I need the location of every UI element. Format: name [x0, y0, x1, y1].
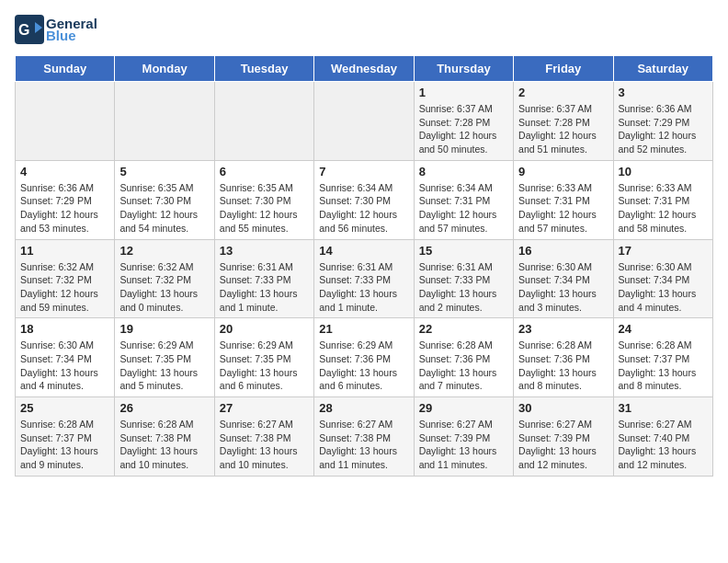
weekday-header-tuesday: Tuesday: [214, 56, 313, 82]
calendar-cell: 15Sunrise: 6:31 AM Sunset: 7:33 PM Dayli…: [414, 239, 513, 318]
calendar-body: 1Sunrise: 6:37 AM Sunset: 7:28 PM Daylig…: [16, 82, 713, 477]
day-info: Sunrise: 6:33 AM Sunset: 7:31 PM Dayligh…: [619, 181, 708, 236]
calendar-cell: 26Sunrise: 6:28 AM Sunset: 7:38 PM Dayli…: [115, 397, 214, 477]
calendar-cell: 18Sunrise: 6:30 AM Sunset: 7:34 PM Dayli…: [16, 318, 115, 397]
calendar-cell: 20Sunrise: 6:29 AM Sunset: 7:35 PM Dayli…: [214, 318, 313, 397]
calendar-table: SundayMondayTuesdayWednesdayThursdayFrid…: [15, 55, 713, 477]
day-info: Sunrise: 6:34 AM Sunset: 7:31 PM Dayligh…: [419, 181, 508, 236]
day-info: Sunrise: 6:37 AM Sunset: 7:28 PM Dayligh…: [419, 102, 508, 156]
day-number: 22: [419, 322, 508, 336]
day-number: 28: [319, 401, 408, 415]
calendar-cell: 12Sunrise: 6:32 AM Sunset: 7:32 PM Dayli…: [115, 239, 214, 318]
weekday-header-friday: Friday: [514, 56, 613, 82]
calendar-cell: 2Sunrise: 6:37 AM Sunset: 7:28 PM Daylig…: [514, 82, 613, 161]
day-info: Sunrise: 6:27 AM Sunset: 7:39 PM Dayligh…: [518, 418, 608, 472]
calendar-cell: 28Sunrise: 6:27 AM Sunset: 7:38 PM Dayli…: [314, 397, 414, 477]
calendar-cell: 10Sunrise: 6:33 AM Sunset: 7:31 PM Dayli…: [613, 160, 712, 239]
day-info: Sunrise: 6:32 AM Sunset: 7:32 PM Dayligh…: [119, 260, 209, 315]
weekday-header-saturday: Saturday: [613, 56, 712, 82]
day-number: 16: [518, 244, 608, 258]
day-number: 7: [319, 165, 408, 178]
calendar-cell: 11Sunrise: 6:32 AM Sunset: 7:32 PM Dayli…: [16, 239, 115, 318]
day-info: Sunrise: 6:30 AM Sunset: 7:34 PM Dayligh…: [619, 260, 708, 315]
day-info: Sunrise: 6:27 AM Sunset: 7:38 PM Dayligh…: [319, 418, 408, 472]
day-info: Sunrise: 6:31 AM Sunset: 7:33 PM Dayligh…: [419, 260, 508, 315]
calendar-cell: 9Sunrise: 6:33 AM Sunset: 7:31 PM Daylig…: [514, 160, 613, 239]
calendar-cell: 6Sunrise: 6:35 AM Sunset: 7:30 PM Daylig…: [214, 160, 313, 239]
day-number: 5: [119, 165, 209, 178]
calendar-cell: 27Sunrise: 6:27 AM Sunset: 7:38 PM Dayli…: [214, 397, 313, 477]
day-number: 18: [20, 322, 109, 336]
calendar-cell: 17Sunrise: 6:30 AM Sunset: 7:34 PM Dayli…: [613, 239, 712, 318]
day-number: 2: [518, 86, 608, 99]
calendar-week-3: 18Sunrise: 6:30 AM Sunset: 7:34 PM Dayli…: [16, 318, 713, 397]
day-info: Sunrise: 6:27 AM Sunset: 7:38 PM Dayligh…: [220, 418, 309, 472]
day-number: 15: [419, 244, 508, 258]
calendar-week-1: 4Sunrise: 6:36 AM Sunset: 7:29 PM Daylig…: [16, 160, 713, 239]
day-info: Sunrise: 6:32 AM Sunset: 7:32 PM Dayligh…: [20, 260, 109, 315]
calendar-cell: 3Sunrise: 6:36 AM Sunset: 7:29 PM Daylig…: [613, 82, 712, 161]
calendar-cell: 1Sunrise: 6:37 AM Sunset: 7:28 PM Daylig…: [414, 82, 513, 161]
day-info: Sunrise: 6:28 AM Sunset: 7:36 PM Dayligh…: [419, 339, 508, 393]
day-number: 14: [319, 244, 408, 258]
calendar-cell: 19Sunrise: 6:29 AM Sunset: 7:35 PM Dayli…: [115, 318, 214, 397]
calendar-cell: [16, 82, 115, 161]
day-info: Sunrise: 6:37 AM Sunset: 7:28 PM Dayligh…: [518, 102, 608, 156]
calendar-week-4: 25Sunrise: 6:28 AM Sunset: 7:37 PM Dayli…: [16, 397, 713, 477]
day-number: 4: [20, 165, 109, 178]
day-info: Sunrise: 6:36 AM Sunset: 7:29 PM Dayligh…: [20, 181, 109, 236]
calendar-cell: [314, 82, 414, 161]
day-info: Sunrise: 6:30 AM Sunset: 7:34 PM Dayligh…: [20, 339, 109, 393]
calendar-week-0: 1Sunrise: 6:37 AM Sunset: 7:28 PM Daylig…: [16, 82, 713, 161]
day-number: 26: [119, 401, 209, 415]
calendar-week-2: 11Sunrise: 6:32 AM Sunset: 7:32 PM Dayli…: [16, 239, 713, 318]
day-info: Sunrise: 6:30 AM Sunset: 7:34 PM Dayligh…: [518, 260, 608, 315]
day-number: 24: [619, 322, 708, 336]
day-number: 27: [220, 401, 309, 415]
calendar-cell: 23Sunrise: 6:28 AM Sunset: 7:36 PM Dayli…: [514, 318, 613, 397]
calendar-cell: 14Sunrise: 6:31 AM Sunset: 7:33 PM Dayli…: [314, 239, 414, 318]
calendar-cell: 8Sunrise: 6:34 AM Sunset: 7:31 PM Daylig…: [414, 160, 513, 239]
day-number: 20: [220, 322, 309, 336]
day-number: 3: [619, 86, 708, 99]
calendar-cell: 5Sunrise: 6:35 AM Sunset: 7:30 PM Daylig…: [115, 160, 214, 239]
svg-text:G: G: [18, 22, 29, 38]
day-number: 8: [419, 165, 508, 178]
weekday-header-thursday: Thursday: [414, 56, 513, 82]
weekday-header-monday: Monday: [115, 56, 214, 82]
day-number: 25: [20, 401, 109, 415]
day-number: 29: [419, 401, 508, 415]
calendar-cell: 22Sunrise: 6:28 AM Sunset: 7:36 PM Dayli…: [414, 318, 513, 397]
day-info: Sunrise: 6:33 AM Sunset: 7:31 PM Dayligh…: [518, 181, 608, 236]
day-info: Sunrise: 6:29 AM Sunset: 7:36 PM Dayligh…: [319, 339, 408, 393]
day-info: Sunrise: 6:35 AM Sunset: 7:30 PM Dayligh…: [220, 181, 309, 236]
day-number: 1: [419, 86, 508, 99]
calendar-cell: 7Sunrise: 6:34 AM Sunset: 7:30 PM Daylig…: [314, 160, 414, 239]
day-info: Sunrise: 6:27 AM Sunset: 7:40 PM Dayligh…: [619, 418, 708, 472]
day-number: 31: [619, 401, 708, 415]
day-info: Sunrise: 6:29 AM Sunset: 7:35 PM Dayligh…: [220, 339, 309, 393]
calendar-cell: 24Sunrise: 6:28 AM Sunset: 7:37 PM Dayli…: [613, 318, 712, 397]
day-info: Sunrise: 6:31 AM Sunset: 7:33 PM Dayligh…: [319, 260, 408, 315]
day-number: 21: [319, 322, 408, 336]
logo-icon: G: [15, 15, 44, 44]
calendar-cell: 29Sunrise: 6:27 AM Sunset: 7:39 PM Dayli…: [414, 397, 513, 477]
calendar-cell: 4Sunrise: 6:36 AM Sunset: 7:29 PM Daylig…: [16, 160, 115, 239]
day-number: 13: [220, 244, 309, 258]
calendar-cell: 30Sunrise: 6:27 AM Sunset: 7:39 PM Dayli…: [514, 397, 613, 477]
day-info: Sunrise: 6:27 AM Sunset: 7:39 PM Dayligh…: [419, 418, 508, 472]
day-number: 23: [518, 322, 608, 336]
day-info: Sunrise: 6:28 AM Sunset: 7:38 PM Dayligh…: [119, 418, 209, 472]
day-info: Sunrise: 6:28 AM Sunset: 7:37 PM Dayligh…: [619, 339, 708, 393]
day-number: 6: [220, 165, 309, 178]
day-info: Sunrise: 6:28 AM Sunset: 7:37 PM Dayligh…: [20, 418, 109, 472]
day-number: 17: [619, 244, 708, 258]
calendar-cell: [214, 82, 313, 161]
calendar-cell: 31Sunrise: 6:27 AM Sunset: 7:40 PM Dayli…: [613, 397, 712, 477]
day-info: Sunrise: 6:35 AM Sunset: 7:30 PM Dayligh…: [119, 181, 209, 236]
day-number: 19: [119, 322, 209, 336]
day-number: 30: [518, 401, 608, 415]
calendar-cell: 21Sunrise: 6:29 AM Sunset: 7:36 PM Dayli…: [314, 318, 414, 397]
weekday-header-row: SundayMondayTuesdayWednesdayThursdayFrid…: [16, 56, 713, 82]
calendar-cell: 16Sunrise: 6:30 AM Sunset: 7:34 PM Dayli…: [514, 239, 613, 318]
